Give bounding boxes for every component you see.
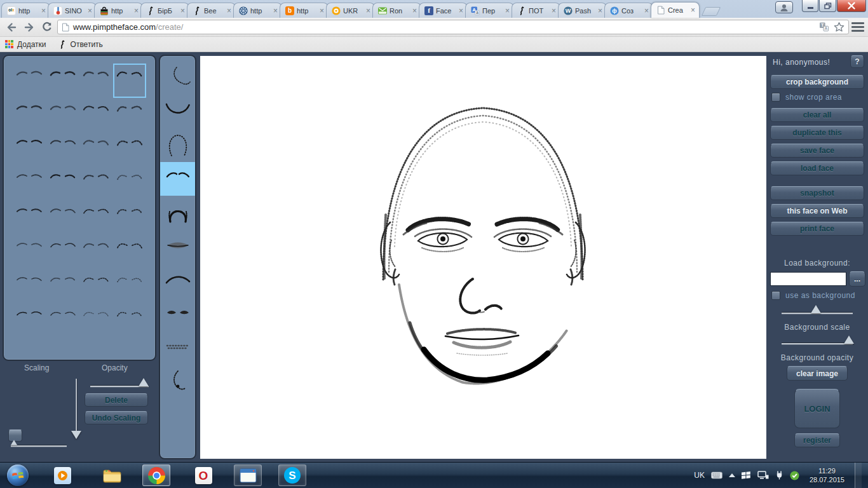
tab-close-icon[interactable]: × bbox=[318, 7, 325, 15]
delete-button[interactable]: Delete bbox=[85, 393, 148, 407]
eyebrow-thumbnail-18[interactable] bbox=[46, 201, 80, 235]
tab-sino[interactable]: SINO× bbox=[48, 3, 97, 18]
eyebrow-thumbnail-25[interactable] bbox=[13, 269, 46, 304]
category-eyes[interactable] bbox=[160, 297, 195, 330]
tab-close-icon[interactable]: × bbox=[550, 7, 557, 15]
crop-background-button[interactable]: crop background bbox=[770, 75, 864, 89]
eyebrow-thumbnail-29[interactable] bbox=[13, 304, 46, 338]
taskbar-app-wmp[interactable] bbox=[48, 464, 76, 486]
tab-close-icon[interactable]: × bbox=[504, 7, 511, 15]
bottom-slider-thumb[interactable] bbox=[11, 440, 17, 445]
category-eyebrows[interactable] bbox=[160, 162, 195, 196]
show-hidden-icon[interactable] bbox=[729, 473, 735, 477]
eyebrow-thumbnail-27[interactable] bbox=[79, 269, 113, 304]
scaling-slider-track[interactable] bbox=[76, 379, 77, 432]
profile-button[interactable] bbox=[775, 1, 793, 13]
tab-crea[interactable]: Crea× bbox=[651, 2, 700, 18]
browse-button[interactable]: ... bbox=[849, 271, 865, 287]
use-as-background-checkbox[interactable] bbox=[771, 291, 780, 300]
new-tab-button[interactable] bbox=[702, 7, 721, 16]
background-scale-thumb[interactable] bbox=[811, 305, 821, 313]
category-hair-top[interactable] bbox=[160, 196, 195, 229]
eyebrow-thumbnail-11[interactable] bbox=[79, 132, 113, 166]
category-head-outline[interactable] bbox=[160, 128, 195, 162]
opacity-slider-thumb[interactable] bbox=[139, 378, 149, 386]
category-hair-strand[interactable] bbox=[160, 61, 195, 95]
tab-close-icon[interactable]: × bbox=[689, 6, 696, 14]
category-stubble[interactable] bbox=[160, 330, 195, 364]
menu-icon[interactable] bbox=[851, 22, 864, 32]
eyebrow-thumbnail-22[interactable] bbox=[46, 235, 80, 269]
tab-close-icon[interactable]: × bbox=[179, 7, 186, 15]
category-lips[interactable] bbox=[160, 229, 195, 263]
eyebrow-thumbnail-23[interactable] bbox=[79, 235, 113, 269]
keyboard-icon[interactable] bbox=[711, 471, 722, 479]
tab-http[interactable]: olxhttp× bbox=[1, 3, 50, 18]
power-icon[interactable] bbox=[775, 471, 783, 480]
load-background-input[interactable] bbox=[770, 272, 846, 286]
category-chin-arc[interactable] bbox=[160, 263, 195, 297]
save-face-button[interactable]: save face bbox=[770, 144, 864, 158]
register-button[interactable]: register bbox=[794, 433, 840, 447]
taskbar-app-chrome[interactable] bbox=[142, 464, 170, 486]
maximize-button[interactable] bbox=[819, 0, 836, 12]
bookmark-item[interactable]: Додатки bbox=[5, 40, 46, 49]
tab-соз[interactable]: фСоз× bbox=[604, 3, 653, 18]
taskbar-app-window[interactable] bbox=[234, 464, 262, 486]
tab-close-icon[interactable]: × bbox=[458, 7, 465, 15]
tab-close-icon[interactable]: × bbox=[411, 7, 418, 15]
tab-close-icon[interactable]: × bbox=[597, 7, 604, 15]
eyebrow-thumbnail-6[interactable] bbox=[46, 98, 80, 132]
eyebrow-thumbnail-12[interactable] bbox=[113, 132, 147, 166]
forward-button[interactable] bbox=[22, 20, 37, 34]
tab-face[interactable]: fFace× bbox=[419, 3, 468, 18]
eyebrow-thumbnail-26[interactable] bbox=[46, 269, 80, 304]
eyebrow-thumbnail-7[interactable] bbox=[79, 98, 113, 132]
eyebrow-thumbnail-19[interactable] bbox=[79, 201, 113, 235]
tab-bee[interactable]: Bee× bbox=[187, 3, 236, 18]
load-face-button[interactable]: load face bbox=[770, 161, 864, 175]
eyebrow-thumbnail-2[interactable] bbox=[46, 64, 80, 98]
eyebrow-thumbnail-1[interactable] bbox=[13, 64, 46, 98]
background-opacity-thumb[interactable] bbox=[844, 336, 854, 344]
eyebrow-thumbnail-28[interactable] bbox=[113, 269, 147, 304]
tab-ron[interactable]: Ron× bbox=[372, 3, 421, 18]
language-indicator[interactable]: UK bbox=[694, 471, 705, 480]
duplicate-this-button[interactable]: duplicate this bbox=[770, 126, 864, 140]
eyebrow-thumbnail-10[interactable] bbox=[46, 132, 80, 166]
show-desktop-button[interactable] bbox=[855, 463, 862, 488]
scaling-slider-thumb[interactable] bbox=[71, 431, 81, 439]
tab-close-icon[interactable]: × bbox=[133, 7, 140, 15]
eyebrow-thumbnail-20[interactable] bbox=[113, 201, 147, 235]
network-icon[interactable] bbox=[757, 471, 769, 480]
show-crop-area-checkbox[interactable] bbox=[771, 93, 780, 102]
action-center-icon[interactable] bbox=[742, 471, 751, 480]
tab-close-icon[interactable]: × bbox=[365, 7, 372, 15]
eyebrow-thumbnail-15[interactable] bbox=[79, 166, 113, 201]
close-button[interactable] bbox=[837, 0, 866, 12]
tab-close-icon[interactable]: × bbox=[40, 7, 47, 15]
category-beard[interactable] bbox=[160, 95, 195, 128]
eyebrow-thumbnail-24[interactable] bbox=[113, 235, 147, 269]
eyebrow-thumbnail-9[interactable] bbox=[13, 132, 46, 166]
help-button[interactable]: ? bbox=[850, 55, 864, 68]
eyebrow-thumbnail-4[interactable] bbox=[113, 64, 147, 98]
eyebrow-thumbnail-31[interactable] bbox=[79, 304, 113, 338]
tab-close-icon[interactable]: × bbox=[643, 7, 650, 15]
undo-scaling-button[interactable]: Undo Scaling bbox=[85, 411, 148, 424]
tab-пер[interactable]: AaПер× bbox=[465, 3, 514, 18]
translate-page-icon[interactable]: TA bbox=[819, 22, 829, 32]
address-bar[interactable]: www.pimptheface.com/create/ TA bbox=[57, 20, 849, 34]
face-canvas[interactable] bbox=[200, 56, 766, 459]
bookmark-item[interactable]: Ответить bbox=[58, 40, 103, 49]
back-button[interactable] bbox=[4, 20, 19, 34]
tab-pash[interactable]: WPash× bbox=[558, 3, 607, 18]
reload-button[interactable] bbox=[39, 20, 55, 34]
background-opacity-track[interactable] bbox=[782, 343, 853, 344]
antivirus-icon[interactable] bbox=[790, 471, 799, 480]
start-button[interactable] bbox=[4, 464, 32, 486]
tab-close-icon[interactable]: × bbox=[272, 7, 279, 15]
bottom-slider-track[interactable] bbox=[11, 445, 67, 447]
tab-http[interactable]: http× bbox=[94, 3, 143, 18]
taskbar-app-explorer[interactable] bbox=[98, 464, 126, 486]
